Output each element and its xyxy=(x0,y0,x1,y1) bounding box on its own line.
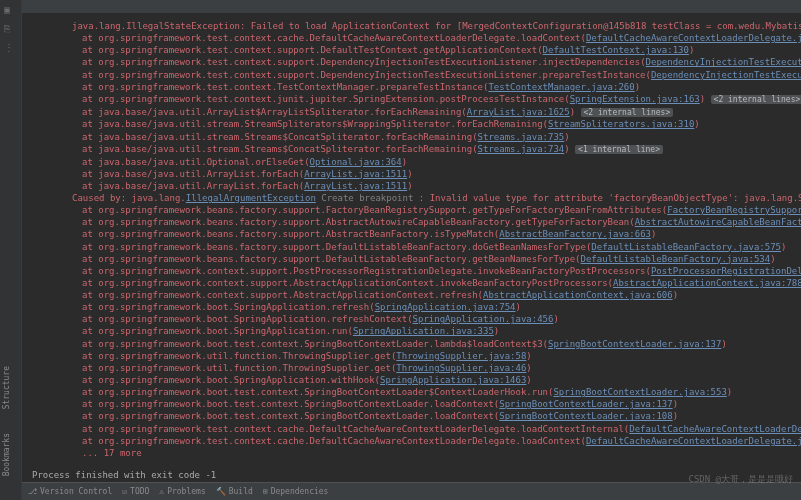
frame-method: java.base/java.util.Optional.orElseGet xyxy=(98,157,304,167)
source-link[interactable]: DefaultCacheAwareContextLoaderDelegate.j… xyxy=(629,424,801,434)
source-link[interactable]: SpringApplication.java:335 xyxy=(353,326,494,336)
status-todo[interactable]: ☑TODO xyxy=(122,487,149,496)
at-keyword: at xyxy=(82,33,98,43)
source-link[interactable]: ArrayList.java:1625 xyxy=(467,107,570,117)
frame-method: org.springframework.test.context.support… xyxy=(98,57,640,67)
source-link[interactable]: DefaultListableBeanFactory.java:534 xyxy=(581,254,771,264)
frame-method: org.springframework.test.context.junit.j… xyxy=(98,94,564,104)
stack-frame: at java.base/java.util.stream.Streams$Co… xyxy=(32,131,791,143)
stack-frame: at org.springframework.boot.SpringApplic… xyxy=(32,374,791,386)
stack-frame: at org.springframework.test.context.juni… xyxy=(32,93,791,106)
source-link[interactable]: AbstractApplicationContext.java:788 xyxy=(613,278,801,288)
structure-tool-icon[interactable]: ⋮ xyxy=(0,38,21,57)
source-link[interactable]: DefaultCacheAwareContextLoaderDelegate.j… xyxy=(586,33,801,43)
source-link[interactable]: ThrowingSupplier.java:58 xyxy=(396,351,526,361)
at-keyword: at xyxy=(82,205,98,215)
at-keyword: at xyxy=(82,266,98,276)
run-console[interactable]: java.lang.IllegalStateException: Failed … xyxy=(22,14,801,482)
source-link[interactable]: Optional.java:364 xyxy=(310,157,402,167)
frame-method: java.base/java.util.stream.Streams$Conca… xyxy=(98,144,472,154)
source-link[interactable]: SpringApplication.java:754 xyxy=(375,302,516,312)
stack-frame: at org.springframework.boot.SpringApplic… xyxy=(32,301,791,313)
fold-marker[interactable]: <1 internal line> xyxy=(575,145,663,154)
stack-frame: at org.springframework.test.context.cach… xyxy=(32,435,791,447)
source-link[interactable]: DefaultListableBeanFactory.java:575 xyxy=(591,242,781,252)
source-link[interactable]: StreamSpliterators.java:310 xyxy=(548,119,694,129)
at-keyword: at xyxy=(82,107,98,117)
source-link[interactable]: ArrayList.java:1511 xyxy=(304,181,407,191)
at-keyword: at xyxy=(82,411,98,421)
frame-method: org.springframework.boot.test.context.Sp… xyxy=(98,399,494,409)
source-link[interactable]: SpringExtension.java:163 xyxy=(570,94,700,104)
stack-frame: at org.springframework.boot.test.context… xyxy=(32,338,791,350)
frame-method: org.springframework.boot.test.context.Sp… xyxy=(98,411,494,421)
exception-link[interactable]: IllegalArgumentException xyxy=(186,193,316,203)
frame-method: org.springframework.boot.test.context.Sp… xyxy=(98,339,542,349)
source-link[interactable]: DefaultTestContext.java:130 xyxy=(543,45,689,55)
frame-method: org.springframework.boot.test.context.Sp… xyxy=(98,387,548,397)
frame-method: org.springframework.test.context.support… xyxy=(98,70,645,80)
source-link[interactable]: Streams.java:735 xyxy=(478,132,565,142)
source-link[interactable]: SpringBootContextLoader.java:137 xyxy=(548,339,721,349)
source-link[interactable]: AbstractBeanFactory.java:663 xyxy=(499,229,651,239)
process-exit-line: Process finished with exit code -1 xyxy=(32,469,791,481)
source-link[interactable]: AbstractApplicationContext.java:606 xyxy=(483,290,673,300)
fold-marker[interactable]: <2 internal lines> xyxy=(711,95,801,104)
at-keyword: at xyxy=(82,94,98,104)
at-keyword: at xyxy=(82,351,98,361)
stack-frame: at org.springframework.boot.SpringApplic… xyxy=(32,313,791,325)
source-link[interactable]: SpringBootContextLoader.java:108 xyxy=(499,411,672,421)
source-link[interactable]: SpringBootContextLoader.java:553 xyxy=(553,387,726,397)
status-problems[interactable]: ⚠Problems xyxy=(159,487,205,496)
stack-frame: at org.springframework.test.context.cach… xyxy=(32,423,791,435)
fold-marker[interactable]: <2 internal lines> xyxy=(581,108,674,117)
project-icon[interactable]: ▣ xyxy=(0,0,21,19)
source-link[interactable]: DependencyInjectionTestExecutionListener… xyxy=(646,57,801,67)
source-link[interactable]: DefaultCacheAwareContextLoaderDelegate.j… xyxy=(586,436,801,446)
frame-method: org.springframework.test.context.cache.D… xyxy=(98,33,580,43)
at-keyword: at xyxy=(82,387,98,397)
frame-method: org.springframework.boot.SpringApplicati… xyxy=(98,326,347,336)
frame-method: org.springframework.test.context.cache.D… xyxy=(98,424,624,434)
status-label: Dependencies xyxy=(271,487,329,496)
frame-method: org.springframework.beans.factory.suppor… xyxy=(98,254,575,264)
sidebar-tab-bookmarks[interactable]: Bookmarks xyxy=(0,429,22,480)
more-frames: ... 17 more xyxy=(32,447,791,459)
source-link[interactable]: SpringBootContextLoader.java:137 xyxy=(499,399,672,409)
stack-frame: at java.base/java.util.ArrayList.forEach… xyxy=(32,168,791,180)
source-link[interactable]: SpringApplication.java:1463 xyxy=(380,375,526,385)
at-keyword: at xyxy=(82,314,98,324)
status-dependencies[interactable]: ⊞Dependencies xyxy=(263,487,329,496)
source-link[interactable]: SpringApplication.java:456 xyxy=(413,314,554,324)
frame-method: java.base/java.util.stream.StreamSpliter… xyxy=(98,119,542,129)
source-link[interactable]: DependencyInjectionTestExecutionListener… xyxy=(651,70,801,80)
status-vcs[interactable]: ⎇Version Control xyxy=(28,487,112,496)
stack-frame: at org.springframework.boot.test.context… xyxy=(32,386,791,398)
frame-method: org.springframework.context.support.Abst… xyxy=(98,290,477,300)
frame-method: org.springframework.util.function.Throwi… xyxy=(98,363,391,373)
stack-frame: at org.springframework.context.support.A… xyxy=(32,277,791,289)
source-link[interactable]: PostProcessorRegistrationDelegate.java:1… xyxy=(651,266,801,276)
branch-icon: ⎇ xyxy=(28,487,37,496)
source-link[interactable]: Streams.java:734 xyxy=(478,144,565,154)
create-breakpoint[interactable]: Create breakpoint xyxy=(321,193,413,203)
source-link[interactable]: ThrowingSupplier.java:46 xyxy=(396,363,526,373)
stack-frame: at org.springframework.beans.factory.sup… xyxy=(32,228,791,240)
source-link[interactable]: AbstractAutowireCapableBeanFactory.java:… xyxy=(635,217,801,227)
commit-icon[interactable]: ⎘ xyxy=(0,19,21,38)
source-link[interactable]: TestContextManager.java:260 xyxy=(488,82,634,92)
stack-frame: at org.springframework.test.context.supp… xyxy=(32,69,791,81)
sidebar-tab-structure[interactable]: Structure xyxy=(0,362,22,413)
stack-frame: at org.springframework.beans.factory.sup… xyxy=(32,241,791,253)
exception-header: java.lang.IllegalStateException: Failed … xyxy=(32,20,791,32)
stack-frame: at java.base/java.util.Optional.orElseGe… xyxy=(32,156,791,168)
source-link[interactable]: ArrayList.java:1511 xyxy=(304,169,407,179)
at-keyword: at xyxy=(82,326,98,336)
stack-frame: at org.springframework.test.context.supp… xyxy=(32,44,791,56)
stack-frame: at org.springframework.util.function.Thr… xyxy=(32,350,791,362)
todo-icon: ☑ xyxy=(122,487,127,496)
frame-method: org.springframework.boot.SpringApplicati… xyxy=(98,302,369,312)
status-build[interactable]: 🔨Build xyxy=(216,487,253,496)
source-link[interactable]: FactoryBeanRegistrySupport.java:86 xyxy=(667,205,801,215)
at-keyword: at xyxy=(82,278,98,288)
